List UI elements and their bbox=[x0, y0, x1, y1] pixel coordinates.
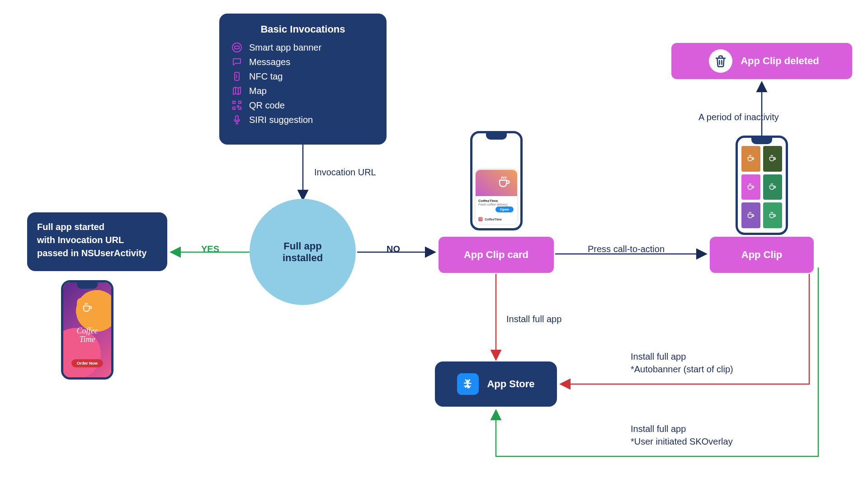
invocation-label: Map bbox=[249, 86, 267, 96]
coffee-cup-icon bbox=[77, 298, 98, 319]
app-clip-tile bbox=[741, 146, 760, 172]
edge-install-autobanner: Install full app *Autobanner (start of c… bbox=[631, 350, 733, 375]
full-app-installed-decision: Full app installed bbox=[250, 199, 356, 305]
app-clip-box: App Clip bbox=[710, 237, 814, 273]
invocation-item: Smart app banner bbox=[231, 42, 375, 53]
edge-line: Install full app bbox=[631, 422, 733, 435]
invocation-item: NFC tag bbox=[231, 70, 375, 82]
decision-line: installed bbox=[283, 252, 323, 264]
app-clip-flow-diagram: Basic Invocations Smart app banner Messa… bbox=[0, 0, 868, 488]
app-clip-card-label: App Clip card bbox=[464, 249, 528, 261]
edge-inactivity: A period of inactivity bbox=[698, 112, 779, 122]
edge-invocation-url: Invocation URL bbox=[314, 167, 376, 178]
edge-install-full-app: Install full app bbox=[506, 314, 561, 324]
app-clip-tile-grid bbox=[741, 146, 782, 228]
card-brand: CoffeeTime bbox=[485, 218, 502, 221]
card-subtitle: Fresh coffee delivery bbox=[476, 203, 517, 206]
edge-install-skoverlay: Install full app *User initiated SKOverl… bbox=[631, 422, 733, 448]
full-app-started-box: Full app started with Invocation URL pas… bbox=[27, 212, 167, 271]
app-clip-tile bbox=[763, 174, 782, 200]
qr-icon bbox=[231, 99, 243, 111]
phone-mockup-full-app: Coffee Time Order Now bbox=[61, 280, 113, 380]
edge-press-cta: Press call-to-action bbox=[588, 244, 665, 254]
full-app-started-line: passed in NSUserActivity bbox=[37, 247, 157, 260]
invocation-label: Messages bbox=[249, 57, 290, 67]
coffee-brand-line: Coffee bbox=[63, 327, 111, 335]
phone-mockup-app-clip-card: CoffeeTime Fresh coffee delivery Open Co… bbox=[470, 131, 523, 230]
coffee-brand-line: Time bbox=[63, 335, 111, 344]
map-icon bbox=[231, 85, 243, 97]
edge-line: *Autobanner (start of clip) bbox=[631, 363, 733, 375]
app-clip-card-box: App Clip card bbox=[439, 237, 554, 273]
siri-icon bbox=[231, 114, 243, 126]
edge-line: *User initiated SKOverlay bbox=[631, 435, 733, 448]
app-clip-tile bbox=[763, 202, 782, 228]
invocation-label: QR code bbox=[249, 100, 285, 111]
basic-invocations-box: Basic Invocations Smart app banner Messa… bbox=[219, 14, 387, 145]
invocation-item: QR code bbox=[231, 99, 375, 111]
invocation-label: NFC tag bbox=[249, 71, 283, 82]
smart-banner-icon bbox=[231, 42, 243, 53]
nfc-icon bbox=[231, 70, 243, 82]
app-clip-tile bbox=[763, 146, 782, 172]
full-app-started-line: with Invocation URL bbox=[37, 234, 157, 247]
invocation-label: Smart app banner bbox=[249, 42, 321, 53]
trash-icon bbox=[709, 49, 732, 73]
app-clip-deleted-label: App Clip deleted bbox=[741, 55, 819, 67]
full-app-started-line: Full app started bbox=[37, 221, 157, 234]
edge-yes: YES bbox=[201, 244, 219, 254]
invocation-item: Messages bbox=[231, 56, 375, 68]
card-open-button: Open bbox=[495, 206, 514, 212]
app-clip-label: App Clip bbox=[741, 249, 782, 261]
app-store-icon bbox=[457, 373, 479, 395]
svg-rect-1 bbox=[235, 46, 239, 49]
card-title: CoffeeTime bbox=[476, 196, 517, 203]
coffee-cup-icon bbox=[496, 174, 512, 190]
invocation-item: SIRI suggestion bbox=[231, 114, 375, 126]
app-store-box: App Store bbox=[435, 361, 557, 407]
svg-point-0 bbox=[232, 43, 241, 52]
app-store-label: App Store bbox=[487, 378, 534, 390]
svg-rect-3 bbox=[236, 116, 238, 121]
edge-line: Install full app bbox=[631, 350, 733, 363]
edge-no: NO bbox=[387, 244, 400, 254]
app-clip-deleted-box: App Clip deleted bbox=[671, 43, 852, 79]
decision-line: Full app bbox=[283, 240, 323, 252]
invocation-label: SIRI suggestion bbox=[249, 115, 313, 125]
messages-icon bbox=[231, 56, 243, 68]
phone-mockup-app-clip bbox=[736, 136, 788, 235]
order-now-button: Order Now bbox=[71, 359, 103, 367]
basic-invocations-title: Basic Invocations bbox=[231, 23, 375, 35]
app-clip-tile bbox=[741, 202, 760, 228]
invocation-item: Map bbox=[231, 85, 375, 97]
app-clip-tile bbox=[741, 174, 760, 200]
